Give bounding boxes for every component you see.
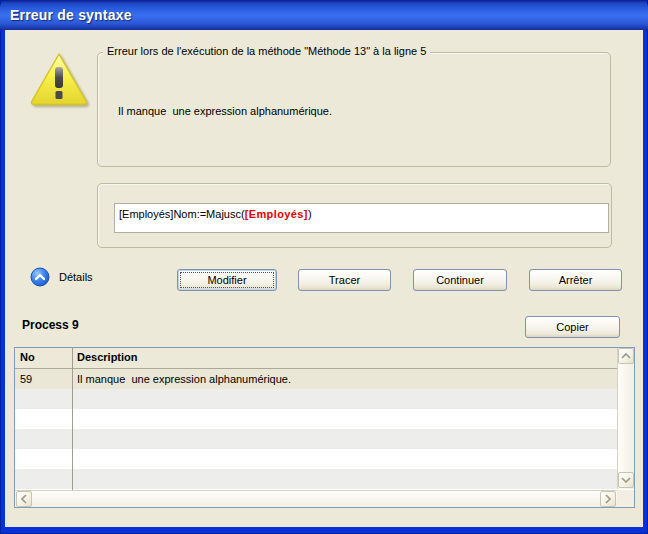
arreter-button[interactable]: Arrêter [529, 269, 622, 291]
table-row-empty [15, 469, 617, 489]
details-toggle-button[interactable] [30, 267, 50, 287]
cell-description: Il manque une expression alphanumérique. [77, 373, 291, 385]
error-message-text: Il manque une expression alphanumérique. [118, 105, 332, 117]
column-header-description[interactable]: Description [77, 351, 138, 363]
error-message-groupbox: Erreur lors de l'exécution de la méthode… [97, 52, 611, 167]
code-text-prefix: [Employés]Nom:=Majusc( [119, 208, 245, 220]
warning-icon [28, 51, 90, 109]
details-label: Détails [59, 271, 93, 283]
column-divider [72, 348, 73, 490]
error-groupbox-caption: Erreur lors de l'exécution de la méthode… [103, 45, 430, 57]
error-dialog-window: Erreur de syntaxe Erreu [0, 0, 648, 534]
column-header-no[interactable]: No [20, 351, 35, 363]
modifier-button[interactable]: Modifier [177, 269, 277, 291]
scroll-left-button[interactable] [16, 491, 32, 507]
chevron-up-icon [621, 353, 631, 359]
horizontal-scrollbar[interactable] [15, 490, 617, 507]
vertical-scrollbar[interactable] [617, 348, 634, 489]
chevron-left-icon [21, 494, 27, 504]
code-text-highlight: [Employés] [245, 208, 308, 220]
tracer-button[interactable]: Tracer [298, 269, 391, 291]
table-row-empty [15, 389, 617, 409]
window-title: Erreur de syntaxe [10, 7, 132, 23]
scroll-up-button[interactable] [618, 348, 634, 364]
continuer-button[interactable]: Continuer [413, 269, 507, 291]
scroll-right-button[interactable] [600, 491, 616, 507]
table-header: No Description [15, 348, 617, 369]
table-row-empty [15, 449, 617, 469]
titlebar[interactable]: Erreur de syntaxe [0, 0, 648, 30]
table-row-empty [15, 429, 617, 449]
code-groupbox: [Employés]Nom:=Majusc([Employés]) [97, 183, 612, 248]
table-row-empty [15, 409, 617, 429]
chevron-down-icon [621, 477, 631, 483]
error-list-table: No Description 59 Il manque une expressi… [14, 347, 635, 508]
chevron-right-icon [605, 494, 611, 504]
code-field[interactable]: [Employés]Nom:=Majusc([Employés]) [114, 203, 609, 233]
copier-button[interactable]: Copier [525, 316, 620, 338]
cell-no: 59 [20, 373, 32, 385]
scrollbar-corner [617, 490, 634, 507]
process-title: Process 9 [22, 318, 79, 332]
dialog-content: Erreur lors de l'exécution de la méthode… [5, 30, 643, 527]
table-row[interactable]: 59 Il manque une expression alphanumériq… [15, 369, 617, 389]
scroll-down-button[interactable] [618, 472, 634, 488]
code-text-suffix: ) [308, 208, 312, 220]
